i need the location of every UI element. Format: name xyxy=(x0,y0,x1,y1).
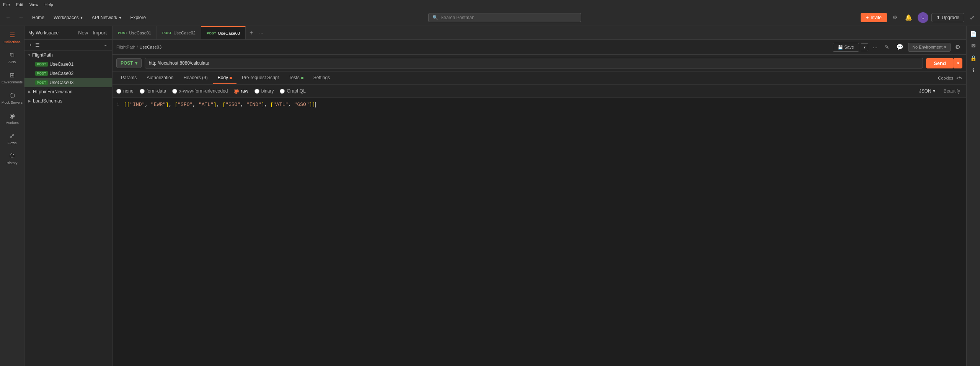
tab-more-button[interactable]: ··· xyxy=(257,26,266,39)
right-rail-lock-button[interactable]: 🔒 xyxy=(967,52,980,64)
search-bar[interactable]: 🔍 xyxy=(428,13,581,22)
code-editor[interactable]: 1 [["IND", "EWR"], ["SFO", "ATL"], ["GSO… xyxy=(113,98,966,366)
sidebar-item-mock-servers[interactable]: ⬡ Mock Servers xyxy=(0,88,24,107)
tab-pre-request-script[interactable]: Pre-request Script xyxy=(237,72,284,84)
right-rail-docs-button[interactable]: 📄 xyxy=(967,28,980,40)
right-rail-comment-button[interactable]: ✉ xyxy=(967,40,980,52)
new-button[interactable]: New xyxy=(77,29,90,36)
tab-body[interactable]: Body xyxy=(213,72,236,84)
menu-view[interactable]: View xyxy=(29,2,39,7)
invite-button[interactable]: + Invite xyxy=(861,13,887,22)
right-rail-info-button[interactable]: ℹ xyxy=(967,64,980,76)
request-name-usecase03: UseCase03 xyxy=(50,80,74,85)
environment-selector[interactable]: No Environment ▾ xyxy=(908,43,951,52)
sidebar-item-collections[interactable]: ☰ Collections xyxy=(0,28,24,47)
import-button[interactable]: Import xyxy=(91,29,108,36)
menu-file[interactable]: File xyxy=(3,2,10,7)
upgrade-icon: ⬆ xyxy=(936,15,940,20)
cookies-label[interactable]: Cookies xyxy=(938,76,953,80)
collections-label: Collections xyxy=(3,40,20,44)
edit-request-button[interactable]: ✎ xyxy=(882,42,892,52)
search-input[interactable] xyxy=(440,15,577,20)
method-selector[interactable]: POST ▾ xyxy=(116,58,142,68)
main-content: POST UseCase01 POST UseCase02 POST UseCa… xyxy=(113,26,966,366)
forward-button[interactable]: → xyxy=(16,13,26,22)
list-item[interactable]: POST UseCase03 xyxy=(24,78,112,87)
body-option-urlencoded[interactable]: x-www-form-urlencoded xyxy=(172,88,228,94)
upgrade-button[interactable]: ⬆ Upgrade xyxy=(931,13,964,22)
body-option-graphql[interactable]: GraphQL xyxy=(280,88,305,94)
tab-tests[interactable]: Tests xyxy=(284,72,308,84)
search-icon: 🔍 xyxy=(432,15,438,20)
home-button[interactable]: Home xyxy=(29,13,47,22)
comment-button[interactable]: 💬 xyxy=(894,42,906,52)
string-IND2: "IND" xyxy=(246,102,261,107)
tab-usecase03[interactable]: POST UseCase03 xyxy=(201,26,246,39)
more-request-options-button[interactable]: ··· xyxy=(871,42,880,52)
sidebar-item-flows[interactable]: ⤢ Flows xyxy=(0,129,24,148)
breadcrumb: FlightPath / UseCase03 xyxy=(116,45,161,49)
sidebar-item-apis[interactable]: ⧉ APIs xyxy=(0,48,24,67)
tab-params[interactable]: Params xyxy=(116,72,141,84)
json-format-chevron-icon: ▾ xyxy=(933,88,935,94)
body-option-binary-label: binary xyxy=(261,88,274,94)
tab-name-usecase02: UseCase02 xyxy=(174,31,196,35)
body-option-none[interactable]: none xyxy=(116,88,134,94)
sidebar: My Workspace New Import + ☰ ··· ▾ Flight… xyxy=(24,26,113,366)
settings-icon-button[interactable]: ⚙ xyxy=(890,13,900,23)
body-option-binary[interactable]: binary xyxy=(254,88,274,94)
menu-help[interactable]: Help xyxy=(44,2,53,7)
tab-authorization[interactable]: Authorization xyxy=(142,72,178,84)
body-option-urlencoded-label: x-www-form-urlencoded xyxy=(179,88,228,94)
list-item[interactable]: POST UseCase02 xyxy=(24,69,112,78)
tab-usecase02[interactable]: POST UseCase02 xyxy=(157,26,201,39)
notifications-icon-button[interactable]: 🔔 xyxy=(903,13,915,23)
outer-bracket-close: ] xyxy=(312,102,315,107)
sidebar-item-monitors[interactable]: ◉ Monitors xyxy=(0,108,24,128)
body-option-form-data[interactable]: form-data xyxy=(140,88,166,94)
httpbin-chevron-icon: ▶ xyxy=(28,90,31,94)
collection-flightpath[interactable]: ▾ FlightPath xyxy=(24,50,112,60)
save-button[interactable]: 💾 Save xyxy=(833,43,859,52)
code-icon[interactable]: </> xyxy=(956,76,962,80)
string-SFO: "SFO" xyxy=(178,102,192,107)
string-GSO2: "GSO" xyxy=(294,102,309,107)
explore-button[interactable]: Explore xyxy=(127,13,149,22)
environments-label: Environments xyxy=(2,80,23,84)
tab-add-button[interactable]: + xyxy=(246,26,257,39)
avatar[interactable]: U xyxy=(918,12,928,23)
inner-bracket-close-2: ] xyxy=(214,102,217,107)
workspaces-label: Workspaces xyxy=(54,15,79,20)
tab-settings[interactable]: Settings xyxy=(309,72,334,84)
json-format-selector[interactable]: JSON ▾ xyxy=(919,88,935,94)
sidebar-item-history[interactable]: ⏱ History xyxy=(0,149,24,168)
string-ATL2: "ATL" xyxy=(273,102,288,107)
collection-group-httpbin[interactable]: ▶ HttpbinForNewman xyxy=(24,87,112,96)
tab-usecase01[interactable]: POST UseCase01 xyxy=(113,26,157,39)
body-tab-label: Body xyxy=(218,75,228,80)
flows-label: Flows xyxy=(8,141,17,145)
save-dropdown-button[interactable]: ▾ xyxy=(861,43,868,51)
method-label: POST xyxy=(121,60,133,66)
filter-button[interactable]: ☰ xyxy=(34,41,41,49)
sidebar-item-environments[interactable]: ⊞ Environments xyxy=(0,68,24,87)
beautify-button[interactable]: Beautify xyxy=(941,88,962,94)
collection-group-loadschemas[interactable]: ▶ LoadSchemas xyxy=(24,96,112,106)
code-content[interactable]: [["IND", "EWR"], ["SFO", "ATL"], ["GSO",… xyxy=(124,102,962,362)
body-option-raw[interactable]: raw xyxy=(234,88,248,94)
back-button[interactable]: ← xyxy=(3,13,13,22)
more-options-button[interactable]: ··· xyxy=(102,41,109,49)
method-badge-usecase02: POST xyxy=(35,71,48,76)
expand-icon-button[interactable]: ⤢ xyxy=(967,13,977,23)
list-item[interactable]: POST UseCase01 xyxy=(24,60,112,69)
send-button[interactable]: Send xyxy=(926,58,954,68)
api-network-button[interactable]: API Network ▾ xyxy=(89,13,124,22)
url-input[interactable] xyxy=(145,58,923,68)
workspaces-button[interactable]: Workspaces ▾ xyxy=(51,13,86,22)
add-collection-button[interactable]: + xyxy=(28,41,34,49)
tab-headers[interactable]: Headers (9) xyxy=(179,72,212,84)
menu-edit[interactable]: Edit xyxy=(16,2,23,7)
mock-servers-icon: ⬡ xyxy=(10,92,15,99)
send-dropdown[interactable]: ▾ xyxy=(954,58,962,68)
env-settings-button[interactable]: ⚙ xyxy=(953,42,962,52)
